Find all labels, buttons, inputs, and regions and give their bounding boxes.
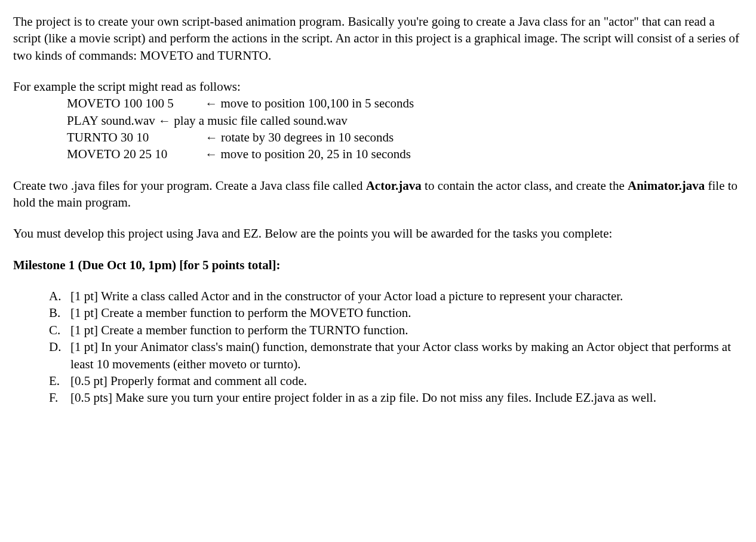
script-cmd: PLAY sound.wav	[67, 112, 158, 129]
task-marker: F.	[49, 389, 70, 406]
script-pad	[174, 95, 205, 112]
script-pad	[149, 129, 205, 146]
example-lead: For example the script might read as fol…	[13, 78, 743, 95]
task-marker: E.	[49, 372, 70, 389]
script-pad	[167, 146, 205, 162]
intro-paragraph: The project is to create your own script…	[13, 13, 743, 64]
script-example-block: For example the script might read as fol…	[13, 78, 743, 163]
script-cmd: TURNTO 30 10	[67, 129, 149, 146]
script-cmd: MOVETO 100 100 5	[67, 95, 174, 112]
task-marker: D.	[49, 338, 70, 372]
script-cmd: MOVETO 20 25 10	[67, 146, 167, 162]
left-arrow-icon: ←	[205, 129, 221, 146]
task-text: [1 pt] Write a class called Actor and in…	[70, 288, 623, 304]
left-arrow-icon: ←	[205, 146, 220, 162]
task-marker: C.	[49, 322, 70, 338]
script-line: PLAY sound.wav ← play a music file calle…	[67, 112, 743, 129]
task-text: [1 pt] In your Animator class's main() f…	[70, 338, 743, 372]
task-item: C. [1 pt] Create a member function to pe…	[49, 322, 743, 338]
script-desc: rotate by 30 degrees in 10 seconds	[221, 129, 394, 146]
left-arrow-icon: ←	[158, 112, 174, 129]
task-text: [0.5 pts] Make sure you turn your entire…	[70, 389, 656, 406]
task-marker: A.	[49, 288, 70, 304]
script-line: MOVETO 20 25 10 ← move to position 20, 2…	[67, 146, 743, 162]
script-desc: move to position 100,100 in 5 seconds	[220, 95, 414, 112]
task-item: A. [1 pt] Write a class called Actor and…	[49, 288, 743, 304]
task-text: [0.5 pt] Properly format and comment all…	[70, 372, 307, 389]
milestone-heading: Milestone 1 (Due Oct 10, 1pm) [for 5 poi…	[13, 257, 743, 273]
task-marker: B.	[49, 304, 70, 321]
actor-java-filename: Actor.java	[366, 178, 422, 193]
task-item: F. [0.5 pts] Make sure you turn your ent…	[49, 389, 743, 406]
task-text: [1 pt] Create a member function to perfo…	[70, 322, 408, 338]
files-paragraph: Create two .java files for your program.…	[13, 177, 743, 211]
left-arrow-icon: ←	[205, 95, 220, 112]
animator-java-filename: Animator.java	[628, 178, 705, 193]
script-line: MOVETO 100 100 5 ← move to position 100,…	[67, 95, 743, 112]
files-text: Create two .java files for your program.…	[13, 178, 366, 193]
script-desc: move to position 20, 25 in 10 seconds	[220, 146, 411, 162]
script-desc: play a music file called sound.wav	[174, 112, 347, 129]
task-text: [1 pt] Create a member function to perfo…	[70, 304, 411, 321]
task-item: E. [0.5 pt] Properly format and comment …	[49, 372, 743, 389]
task-item: B. [1 pt] Create a member function to pe…	[49, 304, 743, 321]
files-text: to contain the actor class, and create t…	[422, 178, 628, 193]
script-line: TURNTO 30 10 ← rotate by 30 degrees in 1…	[67, 129, 743, 146]
task-list: A. [1 pt] Write a class called Actor and…	[13, 288, 743, 406]
dev-paragraph: You must develop this project using Java…	[13, 225, 743, 242]
task-item: D. [1 pt] In your Animator class's main(…	[49, 338, 743, 372]
